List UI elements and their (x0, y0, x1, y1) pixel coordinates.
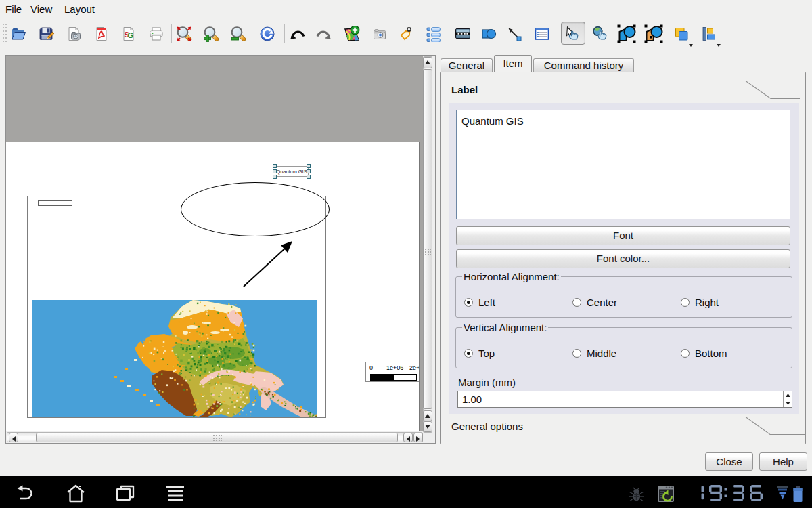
svg-text:G: G (128, 31, 134, 39)
